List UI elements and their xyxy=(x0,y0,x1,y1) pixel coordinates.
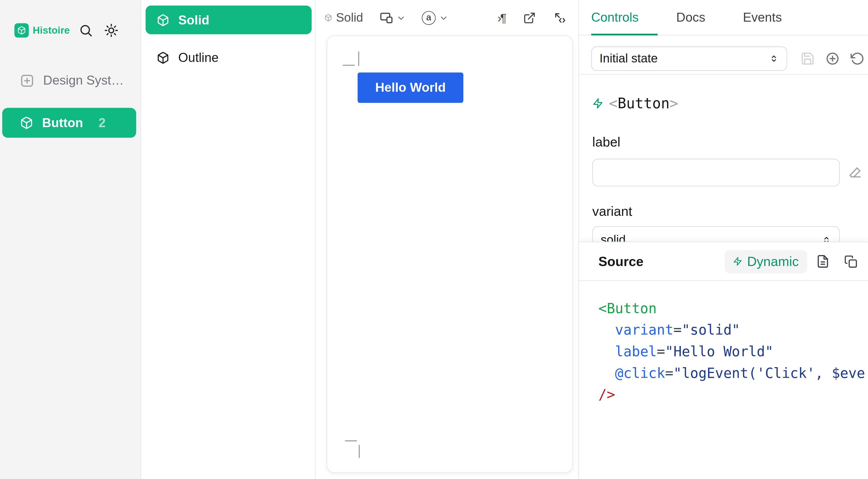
variant-item-outline[interactable]: Outline xyxy=(146,43,312,72)
component-heading: <Button> xyxy=(592,95,678,112)
tab-controls[interactable]: Controls xyxy=(591,0,658,35)
eraser-icon xyxy=(848,166,862,180)
tab-label: Controls xyxy=(591,10,639,25)
lightning-icon xyxy=(592,97,603,110)
text-size-menu[interactable]: a xyxy=(422,11,448,25)
variant-control-label: variant xyxy=(592,204,632,219)
new-state-button[interactable] xyxy=(826,52,840,66)
variant-select-value: solid xyxy=(600,233,625,242)
tab-label: Docs xyxy=(676,10,705,25)
plus-square-icon xyxy=(20,73,34,88)
sun-icon xyxy=(104,23,118,37)
chevron-down-icon xyxy=(397,13,405,22)
tag-open-bracket: < xyxy=(609,95,618,112)
file-icon xyxy=(816,254,830,268)
canvas-toolbar-actions: ›¶ xyxy=(497,11,566,24)
label-input[interactable] xyxy=(592,159,840,186)
dynamic-label: Dynamic xyxy=(747,253,799,269)
tab-docs[interactable]: Docs xyxy=(657,0,724,35)
variant-select-clip: solid xyxy=(592,226,840,242)
sidebar-item-button[interactable]: Button 2 xyxy=(2,108,136,138)
active-tab-underline xyxy=(591,34,658,35)
preview-hello-world-button[interactable]: Hello World xyxy=(358,72,463,103)
resize-handle-bottom[interactable] xyxy=(345,440,357,441)
updown-chevrons-icon xyxy=(822,235,832,242)
tag-close-bracket: > xyxy=(670,95,678,112)
tab-events[interactable]: Events xyxy=(724,0,801,35)
source-title: Source xyxy=(598,253,644,269)
story-canvas-area: Solid a ›¶ xyxy=(315,0,578,479)
chevron-down-icon xyxy=(440,13,448,22)
variant-list: Solid Outline xyxy=(141,0,316,479)
clear-label-button[interactable] xyxy=(848,166,862,180)
resize-handle-left[interactable] xyxy=(358,52,359,66)
histoire-logo-icon xyxy=(14,23,29,37)
resize-handle-bottom-left[interactable] xyxy=(359,445,360,458)
state-select-value: Initial state xyxy=(599,52,658,66)
label-control-label: label xyxy=(592,135,620,150)
text-direction-button[interactable]: ›¶ xyxy=(497,12,505,24)
text-direction-icon: ›¶ xyxy=(497,12,505,24)
plus-circle-icon xyxy=(826,52,840,66)
variant-label: Solid xyxy=(178,12,209,28)
sidebar-item-label: Button xyxy=(42,115,83,131)
responsive-size-menu[interactable] xyxy=(380,11,405,24)
undo-icon xyxy=(850,52,865,66)
current-variant-title: Solid xyxy=(336,10,363,25)
variant-item-solid[interactable]: Solid xyxy=(146,6,312,34)
tab-label: Events xyxy=(743,10,782,25)
variant-select[interactable]: solid xyxy=(592,226,840,242)
reset-state-button[interactable] xyxy=(850,52,865,66)
copy-code-button[interactable] xyxy=(844,255,858,268)
histoire-logo[interactable]: Histoire xyxy=(14,23,70,37)
edit-code-icon xyxy=(554,11,566,24)
cube-icon xyxy=(157,51,169,64)
source-mode-dynamic-button[interactable]: Dynamic xyxy=(724,250,807,273)
sidebar: Histoire Design Syst… Button 2 xyxy=(0,0,141,479)
variant-label: Outline xyxy=(178,50,219,65)
controls-panel: Controls Docs Events Initial state < xyxy=(579,0,868,479)
cube-icon xyxy=(20,116,33,130)
copy-icon xyxy=(844,255,858,268)
component-tag: <Button> xyxy=(609,95,678,112)
cube-icon xyxy=(324,14,332,22)
group-label: Design Syst… xyxy=(43,73,124,88)
source-code: <Button variant="solid" label="Hello Wor… xyxy=(579,281,868,405)
lightning-icon xyxy=(733,255,742,267)
responsive-icon xyxy=(380,11,393,24)
resize-handle-top[interactable] xyxy=(343,65,355,66)
updown-chevrons-icon xyxy=(769,54,779,64)
open-in-new-window-button[interactable] xyxy=(523,11,536,24)
sidebar-group-design-system[interactable]: Design Syst… xyxy=(20,73,124,88)
search-button[interactable] xyxy=(79,23,93,37)
external-link-icon xyxy=(523,11,536,24)
edit-source-button[interactable] xyxy=(554,11,566,24)
source-header: Source Dynamic xyxy=(579,242,868,281)
story-preview-card: Hello World xyxy=(327,35,573,473)
app: Histoire Design Syst… Button 2 Solid Out… xyxy=(0,0,868,479)
search-icon xyxy=(79,23,93,37)
variant-count-badge: 2 xyxy=(99,115,106,131)
component-name: Button xyxy=(618,95,670,112)
state-select[interactable]: Initial state xyxy=(591,46,787,71)
canvas-toolbar: Solid a ›¶ xyxy=(315,0,578,35)
cube-icon xyxy=(157,13,169,26)
source-mode-static-button[interactable] xyxy=(816,254,830,268)
panel-tabs: Controls Docs Events xyxy=(579,0,868,35)
text-size-icon: a xyxy=(422,11,436,25)
theme-toggle-button[interactable] xyxy=(104,23,118,37)
source-panel: Source Dynamic <Button variant="solid" l… xyxy=(579,242,868,479)
save-icon xyxy=(800,52,815,66)
save-state-button[interactable] xyxy=(800,52,815,66)
brand-name: Histoire xyxy=(33,25,70,36)
panel-divider xyxy=(579,74,868,75)
